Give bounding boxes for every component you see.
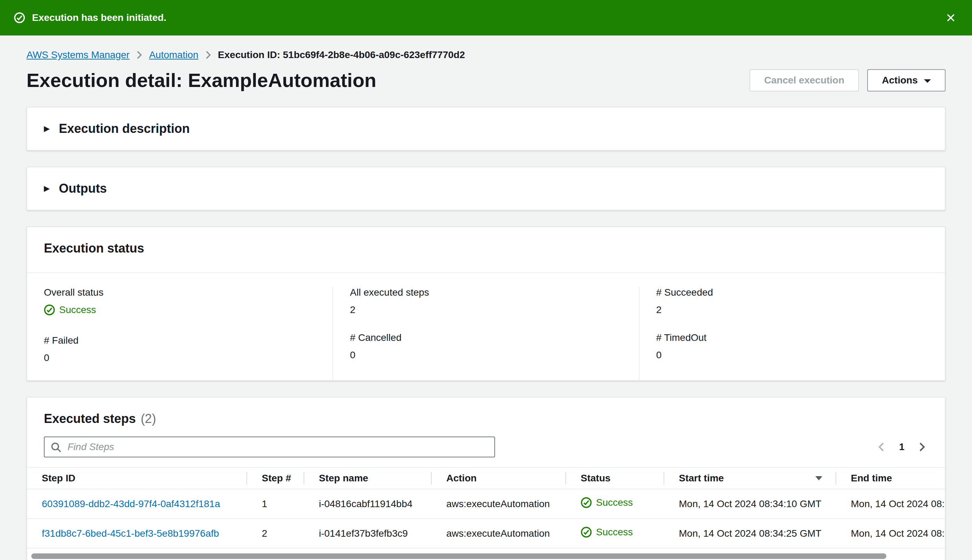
outputs-title: Outputs [59, 181, 107, 196]
step-name-cell: i-0141ef37b3fefb3c9 [304, 518, 432, 548]
field-label: # Succeeded [656, 287, 928, 298]
failed-field: # Failed 0 [44, 335, 316, 363]
step-num-cell: 2 [247, 518, 304, 548]
timedout-value: 0 [656, 350, 928, 361]
next-page-icon[interactable] [918, 441, 927, 453]
steps-toolbar: 1 [27, 426, 945, 457]
status-cell: Success [566, 518, 664, 548]
overall-status-text: Success [59, 304, 96, 315]
success-circle-icon [581, 497, 592, 508]
cancel-execution-button[interactable]: Cancel execution [749, 69, 859, 92]
status-column-1: Overall status Success # Failed 0 [27, 287, 333, 380]
column-header-action: Action [432, 467, 566, 489]
page-header: Execution detail: ExampleAutomation Canc… [27, 69, 945, 92]
page-title: Execution detail: ExampleAutomation [27, 69, 376, 92]
table-row: f31db8c7-6bed-45c1-bef3-5e8b19976afb 2 i… [27, 518, 945, 548]
cancelled-field: # Cancelled 0 [350, 332, 622, 361]
executed-steps-count: (2) [141, 412, 156, 426]
success-circle-icon [44, 304, 55, 315]
overall-status-field: Overall status Success [44, 287, 316, 318]
breadcrumb: AWS Systems Manager Automation Execution… [27, 49, 945, 60]
status-column-2: All executed steps 2 # Cancelled 0 [333, 287, 639, 380]
end-time-cell: Mon, 14 Oct 2024 08: [836, 489, 945, 518]
aws-console-page: Execution has been initiated. AWS System… [0, 0, 972, 560]
flash-message: Execution has been initiated. [32, 12, 166, 23]
execution-status-panel: Execution status Overall status Success … [27, 227, 945, 381]
succeeded-field: # Succeeded 2 [656, 287, 928, 315]
chevron-right-icon [137, 51, 142, 59]
field-label: All executed steps [350, 287, 622, 298]
breadcrumb-link-systems-manager[interactable]: AWS Systems Manager [27, 49, 129, 60]
start-time-cell: Mon, 14 Oct 2024 08:34:10 GMT [664, 489, 836, 518]
start-time-cell: Mon, 14 Oct 2024 08:34:25 GMT [664, 518, 836, 548]
status-cell: Success [566, 489, 664, 518]
horizontal-scrollbar[interactable] [31, 553, 887, 559]
step-num-cell: 1 [247, 489, 304, 518]
status-column-3: # Succeeded 2 # TimedOut 0 [639, 287, 945, 380]
executed-steps-panel: Executed steps (2) 1 [27, 397, 945, 560]
expand-right-icon: ▶ [44, 125, 50, 133]
chevron-right-icon [206, 51, 211, 59]
flashbar-success: Execution has been initiated. [0, 0, 972, 35]
cancelled-value: 0 [350, 350, 622, 361]
search-box [44, 437, 495, 457]
search-icon [51, 442, 61, 453]
sort-descending-icon [815, 476, 822, 480]
step-id-link[interactable]: f31db8c7-6bed-45c1-bef3-5e8b19976afb [42, 528, 219, 539]
expand-right-icon: ▶ [44, 185, 50, 192]
status-text: Success [596, 497, 633, 508]
caret-down-icon [924, 79, 931, 83]
actions-button[interactable]: Actions [867, 69, 945, 92]
field-label: # TimedOut [656, 332, 928, 343]
pagination: 1 [877, 441, 928, 453]
column-header-start-time[interactable]: Start time [664, 467, 836, 489]
action-cell: aws:executeAutomation [432, 518, 566, 548]
end-time-cell: Mon, 14 Oct 2024 08: [836, 518, 945, 548]
header-actions: Cancel execution Actions [749, 69, 945, 92]
failed-value: 0 [44, 352, 316, 363]
find-steps-input[interactable] [44, 437, 495, 457]
actions-button-label: Actions [882, 75, 918, 86]
executed-steps-title: Executed steps [44, 412, 136, 426]
executed-steps-value: 2 [350, 304, 622, 315]
main-content: AWS Systems Manager Automation Execution… [0, 35, 972, 560]
execution-status-header: Execution status [27, 227, 945, 273]
execution-status-grid: Overall status Success # Failed 0 All ex… [27, 273, 945, 380]
timedout-field: # TimedOut 0 [656, 332, 928, 361]
status-text: Success [596, 527, 633, 538]
outputs-panel[interactable]: ▶ Outputs [27, 167, 945, 210]
table-row: 60391089-ddb2-43dd-97f4-0af4312f181a 1 i… [27, 489, 945, 518]
page-number[interactable]: 1 [899, 442, 905, 453]
execution-status-title: Execution status [44, 241, 928, 256]
breadcrumb-link-automation[interactable]: Automation [149, 49, 198, 60]
column-header-end-time: End time [836, 467, 945, 489]
steps-table: Step ID Step # Step name Action Status S… [27, 467, 945, 548]
step-id-link[interactable]: 60391089-ddb2-43dd-97f4-0af4312f181a [42, 498, 220, 509]
succeeded-value: 2 [656, 304, 928, 315]
close-icon[interactable] [944, 10, 958, 25]
start-time-label: Start time [679, 473, 724, 484]
execution-description-panel[interactable]: ▶ Execution description [27, 107, 945, 151]
column-header-step-num: Step # [247, 467, 304, 489]
overall-status-value: Success [44, 304, 96, 315]
action-cell: aws:executeAutomation [432, 489, 566, 518]
column-header-step-id: Step ID [27, 467, 247, 489]
breadcrumb-current: Execution ID: 51bc69f4-2b8e-4b06-a09c-62… [218, 49, 465, 60]
column-header-status: Status [566, 467, 664, 489]
field-label: Overall status [44, 287, 316, 298]
execution-description-title: Execution description [59, 122, 190, 136]
executed-steps-field: All executed steps 2 [350, 287, 622, 315]
steps-table-wrap: Step ID Step # Step name Action Status S… [27, 467, 945, 548]
status-success-icon [14, 12, 25, 23]
table-header-row: Step ID Step # Step name Action Status S… [27, 467, 945, 489]
success-circle-icon [581, 527, 592, 538]
step-name-cell: i-04816cabf11914bb4 [304, 489, 432, 518]
column-header-step-name: Step name [304, 467, 432, 489]
previous-page-icon[interactable] [877, 441, 886, 453]
field-label: # Cancelled [350, 332, 622, 343]
executed-steps-header: Executed steps (2) [27, 398, 945, 426]
field-label: # Failed [44, 335, 316, 346]
